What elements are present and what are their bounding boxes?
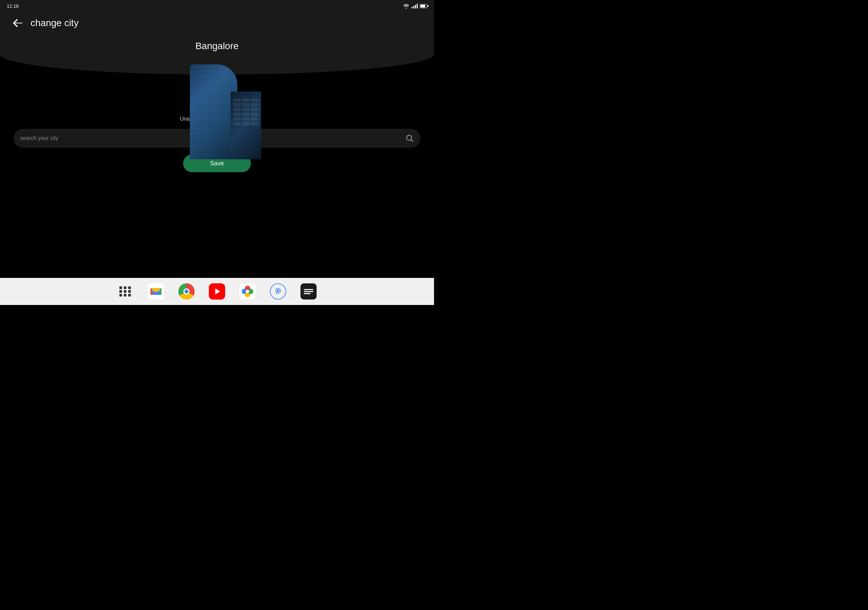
app-bar: change city — [0, 12, 434, 34]
status-icons — [403, 3, 427, 9]
back-button[interactable] — [10, 15, 25, 31]
page-title: change city — [31, 18, 79, 28]
signal-icon — [412, 4, 418, 8]
apps-grid-icon — [119, 286, 132, 297]
all-apps-button[interactable] — [117, 283, 134, 300]
youtube-icon[interactable] — [209, 283, 225, 300]
svg-point-9 — [277, 290, 279, 292]
svg-point-0 — [406, 135, 412, 140]
secondary-building — [231, 91, 261, 159]
city-illustration — [163, 54, 271, 163]
memo-icon[interactable] — [300, 283, 317, 300]
svg-line-1 — [411, 140, 413, 142]
main-building — [190, 64, 237, 159]
gmail-icon[interactable] — [147, 283, 164, 300]
wifi-icon — [403, 3, 409, 9]
status-bar: 11:16 — [0, 0, 434, 12]
messages-icon[interactable] — [270, 283, 287, 300]
bottom-nav — [0, 278, 434, 305]
google-photos-icon[interactable] — [239, 283, 256, 300]
back-arrow-icon — [13, 19, 22, 27]
building-container — [169, 57, 265, 159]
svg-point-7 — [246, 290, 249, 293]
battery-icon — [420, 4, 427, 8]
chrome-icon[interactable] — [178, 283, 195, 300]
status-time: 11:16 — [7, 3, 19, 9]
search-icon[interactable] — [406, 134, 414, 142]
city-name: Bangalore — [0, 41, 434, 51]
main-content: Bangalore Unable to find your city above… — [0, 34, 434, 278]
